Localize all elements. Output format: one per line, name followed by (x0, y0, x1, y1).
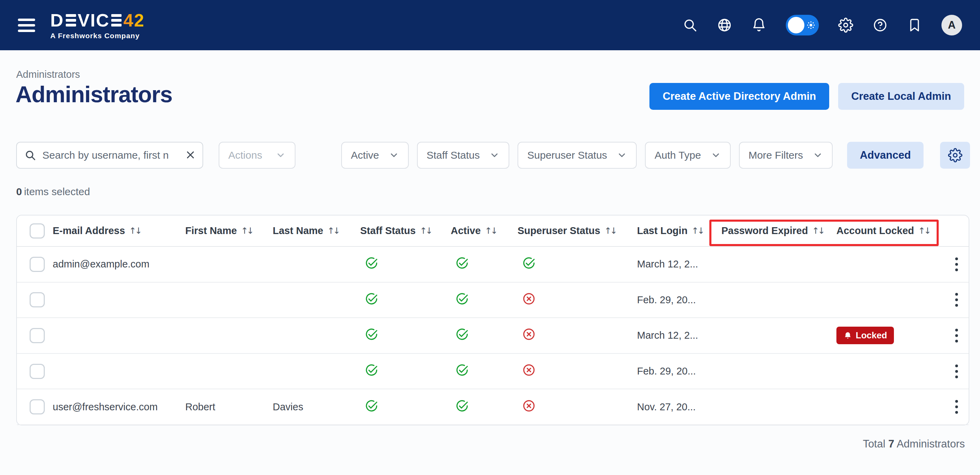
search-input[interactable] (16, 142, 203, 168)
chevron-down-icon (617, 150, 627, 160)
globe-icon[interactable] (717, 17, 732, 33)
chevron-down-icon (711, 150, 721, 160)
row-checkbox[interactable] (30, 364, 45, 379)
more-filters-dropdown[interactable]: More Filters (739, 142, 833, 168)
cell-last-name: Davies (273, 401, 360, 413)
sort-icon[interactable]: ↑↓ (420, 226, 431, 236)
row-checkbox[interactable] (30, 257, 45, 272)
column-header-active[interactable]: Active↑↓ (451, 225, 517, 237)
total-count: Total 7 Administrators (863, 438, 965, 450)
create-local-admin-button[interactable]: Create Local Admin (838, 83, 964, 110)
sort-icon[interactable]: ↑↓ (812, 226, 824, 236)
cell-superuser-status (517, 327, 637, 344)
cell-email: admin@example.com (52, 259, 185, 270)
x-circle-icon (522, 327, 536, 342)
row-checkbox[interactable] (30, 292, 45, 307)
row-menu-kebab-icon[interactable] (953, 327, 960, 345)
chevron-down-icon (389, 150, 399, 160)
total-count-number: 7 (888, 438, 894, 450)
cell-first-name: Robert (185, 401, 273, 413)
filter-superuser-status-dropdown[interactable]: Superuser Status (517, 142, 637, 168)
selection-label: items selected (24, 186, 90, 197)
table-settings-button[interactable] (940, 142, 970, 168)
actions-dropdown[interactable]: Actions (219, 142, 296, 168)
check-circle-icon (364, 399, 379, 413)
theme-toggle[interactable] (786, 15, 819, 35)
row-menu-kebab-icon[interactable] (953, 362, 960, 380)
actions-dropdown-label: Actions (228, 149, 262, 161)
hamburger-menu-icon[interactable] (18, 19, 35, 32)
logo-tagline: A Freshworks Company (50, 32, 145, 39)
locked-badge-label: Locked (856, 330, 887, 341)
filter-auth-type-dropdown[interactable]: Auth Type (645, 142, 731, 168)
column-header-superuser-status[interactable]: Superuser Status↑↓ (517, 225, 637, 237)
check-circle-icon (455, 327, 469, 342)
check-circle-icon (455, 399, 469, 413)
sort-icon[interactable]: ↑↓ (328, 226, 339, 236)
clear-search-icon[interactable] (185, 149, 196, 161)
check-circle-icon (364, 292, 379, 306)
cell-active (451, 256, 517, 273)
chevron-down-icon (813, 150, 823, 160)
check-circle-icon (364, 327, 379, 342)
sort-icon[interactable]: ↑↓ (241, 226, 253, 236)
column-header-last-name[interactable]: Last Name↑↓ (273, 225, 360, 237)
check-circle-icon (364, 256, 379, 270)
gear-icon (948, 148, 963, 162)
sort-icon[interactable]: ↑↓ (485, 226, 496, 236)
cell-active (451, 292, 517, 308)
table-row: Feb. 29, 20... (17, 354, 969, 390)
chevron-down-icon (489, 150, 500, 160)
create-active-directory-admin-button[interactable]: Create Active Directory Admin (649, 83, 829, 110)
advanced-button[interactable]: Advanced (847, 142, 924, 168)
cell-superuser-status (517, 363, 637, 380)
selection-status: 0items selected (16, 186, 90, 198)
row-checkbox[interactable] (30, 328, 45, 343)
table-row: user@freshservice.com Robert Davies Nov.… (17, 389, 969, 425)
row-checkbox[interactable] (30, 399, 45, 415)
breadcrumb[interactable]: Administrators (16, 69, 80, 80)
select-all-checkbox[interactable] (30, 223, 45, 238)
device42-logo: DVIC42 A Freshworks Company (50, 11, 145, 39)
column-header-first-name[interactable]: First Name↑↓ (185, 225, 273, 237)
x-circle-icon (522, 399, 536, 413)
search-icon[interactable] (682, 17, 698, 33)
filter-staff-status-dropdown[interactable]: Staff Status (417, 142, 510, 168)
table-row: Feb. 29, 20... (17, 283, 969, 318)
column-header-last-login[interactable]: Last Login↑↓ (637, 225, 721, 237)
sort-icon[interactable]: ↑↓ (129, 226, 141, 236)
settings-gear-icon[interactable] (838, 17, 853, 33)
cell-active (451, 399, 517, 415)
column-header-staff-status[interactable]: Staff Status↑↓ (360, 225, 451, 237)
sort-icon[interactable]: ↑↓ (918, 226, 930, 236)
cell-account-locked: Locked (837, 327, 943, 344)
logo-text: D (50, 11, 64, 29)
alarm-bell-icon (843, 331, 852, 340)
cell-last-login: Feb. 29, 20... (637, 365, 721, 377)
toggle-knob (788, 17, 804, 33)
search-box (16, 142, 203, 168)
help-icon[interactable] (873, 17, 888, 33)
bookmark-icon[interactable] (907, 17, 922, 33)
cell-last-login: Feb. 29, 20... (637, 294, 721, 306)
row-menu-kebab-icon[interactable] (953, 256, 960, 273)
cell-staff-status (360, 363, 451, 380)
sort-icon[interactable]: ↑↓ (692, 226, 703, 236)
row-menu-kebab-icon[interactable] (953, 291, 960, 309)
cell-staff-status (360, 327, 451, 344)
filter-active-dropdown[interactable]: Active (341, 142, 409, 168)
column-header-account-locked[interactable]: Account Locked↑↓ (837, 225, 943, 237)
user-avatar[interactable]: A (942, 15, 962, 35)
notifications-bell-icon[interactable] (751, 17, 767, 33)
chevron-down-icon (275, 150, 286, 160)
row-menu-kebab-icon[interactable] (953, 398, 960, 416)
column-header-email[interactable]: E-mail Address↑↓ (52, 225, 185, 237)
sun-icon (806, 20, 816, 30)
column-header-password-expired[interactable]: Password Expired↑↓ (721, 225, 837, 237)
sort-icon[interactable]: ↑↓ (605, 226, 616, 236)
cell-staff-status (360, 256, 451, 273)
cell-last-login: Nov. 27, 20... (637, 401, 721, 413)
cell-email: user@freshservice.com (52, 401, 185, 413)
cell-superuser-status (517, 399, 637, 415)
check-circle-icon (455, 256, 469, 270)
